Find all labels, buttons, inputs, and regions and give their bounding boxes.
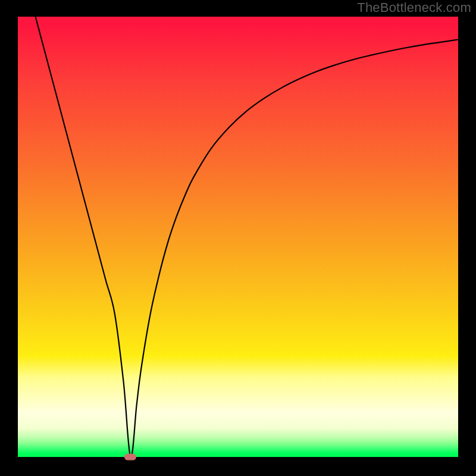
bottleneck-curve (18, 17, 458, 457)
minimum-marker (124, 454, 136, 461)
watermark-text: TheBottleneck.com (357, 0, 471, 15)
plot-area (18, 17, 458, 457)
chart-frame: TheBottleneck.com (0, 0, 476, 476)
